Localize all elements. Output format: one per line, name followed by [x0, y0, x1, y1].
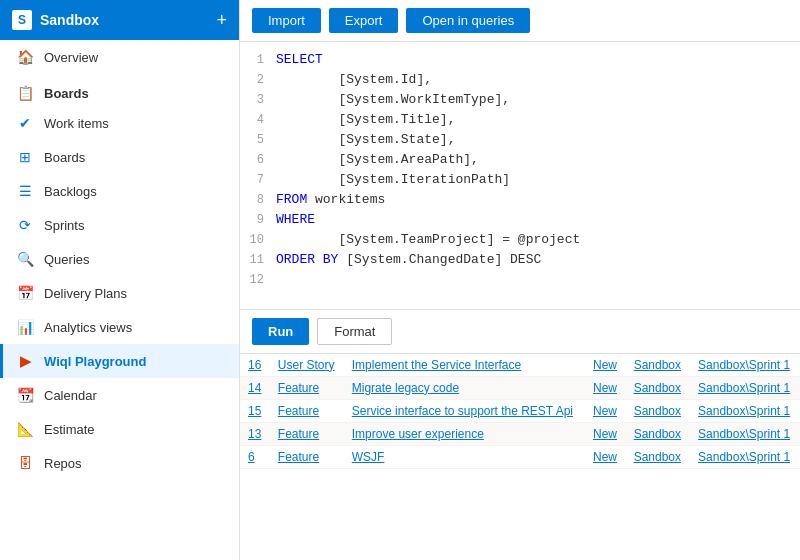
table-cell[interactable]: 14 [240, 376, 270, 399]
line-content: ORDER BY [System.ChangedDate] DESC [276, 250, 541, 270]
table-cell[interactable]: 13 [240, 422, 270, 445]
table-cell[interactable]: New [585, 399, 626, 422]
sidebar-item-backlogs[interactable]: ☰ Backlogs [0, 174, 239, 208]
code-editor[interactable]: 1SELECT2 [System.Id],3 [System.WorkItemT… [240, 42, 800, 310]
table-cell[interactable]: 6 [240, 445, 270, 468]
table-cell[interactable]: Improve user experience [344, 422, 585, 445]
line-number: 4 [248, 110, 276, 130]
code-line: 10 [System.TeamProject] = @project [240, 230, 800, 250]
line-content: [System.WorkItemType], [276, 90, 510, 110]
analytics-views-icon: 📊 [16, 318, 34, 336]
sidebar-item-estimate[interactable]: 📐 Estimate [0, 412, 239, 446]
sidebar-item-calendar-label: Calendar [44, 388, 97, 403]
work-items-icon: ✔ [16, 114, 34, 132]
table-cell[interactable]: 16 [240, 354, 270, 377]
table-cell[interactable]: New [585, 422, 626, 445]
table-cell[interactable]: New [585, 445, 626, 468]
code-line: 11ORDER BY [System.ChangedDate] DESC [240, 250, 800, 270]
sidebar-item-calendar[interactable]: 📆 Calendar [0, 378, 239, 412]
code-line: 5 [System.State], [240, 130, 800, 150]
sidebar-item-sprints-label: Sprints [44, 218, 84, 233]
export-button[interactable]: Export [329, 8, 399, 33]
line-number: 7 [248, 170, 276, 190]
calendar-icon: 📆 [16, 386, 34, 404]
table-cell[interactable]: Sandbox\Sprint 1 [690, 399, 800, 422]
queries-icon: 🔍 [16, 250, 34, 268]
sidebar-header: S Sandbox + [0, 0, 239, 40]
top-toolbar: Import Export Open in queries [240, 0, 800, 42]
table-cell[interactable]: User Story [270, 354, 344, 377]
sidebar-title: Sandbox [40, 12, 99, 28]
line-content: SELECT [276, 50, 323, 70]
sidebar-item-work-items[interactable]: ✔ Work items [0, 106, 239, 140]
code-line: 8FROM workitems [240, 190, 800, 210]
sidebar-item-wiql-playground[interactable]: ▶ Wiql Playground [0, 344, 239, 378]
sidebar-item-overview[interactable]: 🏠 Overview [0, 40, 239, 74]
table-row[interactable]: 6FeatureWSJFNewSandboxSandbox\Sprint 1 [240, 445, 800, 468]
line-content: [System.TeamProject] = @project [276, 230, 580, 250]
table-cell[interactable]: New [585, 376, 626, 399]
estimate-icon: 📐 [16, 420, 34, 438]
code-line: 1SELECT [240, 50, 800, 70]
line-number: 6 [248, 150, 276, 170]
sidebar-item-analytics-views[interactable]: 📊 Analytics views [0, 310, 239, 344]
line-number: 12 [248, 270, 276, 290]
import-button[interactable]: Import [252, 8, 321, 33]
table-cell[interactable]: Sandbox [626, 422, 690, 445]
table-cell[interactable]: Sandbox\Sprint 1 [690, 354, 800, 377]
table-cell[interactable]: Feature [270, 399, 344, 422]
sidebar-item-queries[interactable]: 🔍 Queries [0, 242, 239, 276]
boards-section-icon: 📋 [16, 84, 34, 102]
sidebar-item-overview-label: Overview [44, 50, 98, 65]
sidebar-item-delivery-plans[interactable]: 📅 Delivery Plans [0, 276, 239, 310]
repos-icon: 🗄 [16, 454, 34, 472]
boards-icon: ⊞ [16, 148, 34, 166]
line-number: 9 [248, 210, 276, 230]
table-cell[interactable]: Implement the Service Interface [344, 354, 585, 377]
table-cell[interactable]: Feature [270, 376, 344, 399]
code-line: 9WHERE [240, 210, 800, 230]
table-cell[interactable]: Sandbox [626, 354, 690, 377]
line-number: 5 [248, 130, 276, 150]
table-cell[interactable]: New [585, 354, 626, 377]
table-row[interactable]: 16User StoryImplement the Service Interf… [240, 354, 800, 377]
line-number: 2 [248, 70, 276, 90]
line-content: [System.Id], [276, 70, 432, 90]
table-cell[interactable]: Migrate legacy code [344, 376, 585, 399]
table-row[interactable]: 13FeatureImprove user experienceNewSandb… [240, 422, 800, 445]
bottom-section: Run Format 16User StoryImplement the Ser… [240, 310, 800, 561]
table-cell[interactable]: Feature [270, 445, 344, 468]
sidebar-item-wiql-playground-label: Wiql Playground [44, 354, 146, 369]
sidebar-section-boards: 📋 Boards [0, 74, 239, 106]
line-content: [System.AreaPath], [276, 150, 479, 170]
sidebar-item-sprints[interactable]: ⟳ Sprints [0, 208, 239, 242]
table-cell[interactable]: Sandbox [626, 445, 690, 468]
sidebar-item-work-items-label: Work items [44, 116, 109, 131]
line-content: WHERE [276, 210, 315, 230]
sidebar-item-repos[interactable]: 🗄 Repos [0, 446, 239, 480]
table-cell[interactable]: 15 [240, 399, 270, 422]
wiql-playground-icon: ▶ [16, 352, 34, 370]
sidebar-logo: S [12, 10, 32, 30]
table-row[interactable]: 15FeatureService interface to support th… [240, 399, 800, 422]
sidebar-item-delivery-plans-label: Delivery Plans [44, 286, 127, 301]
sidebar-item-repos-label: Repos [44, 456, 82, 471]
table-cell[interactable]: Sandbox\Sprint 1 [690, 445, 800, 468]
code-line: 6 [System.AreaPath], [240, 150, 800, 170]
open-in-queries-button[interactable]: Open in queries [406, 8, 530, 33]
table-cell[interactable]: Sandbox [626, 399, 690, 422]
table-cell[interactable]: Feature [270, 422, 344, 445]
main-content: Import Export Open in queries 1SELECT2 [… [240, 0, 800, 560]
run-button[interactable]: Run [252, 318, 309, 345]
line-content: FROM workitems [276, 190, 385, 210]
table-cell[interactable]: Service interface to support the REST Ap… [344, 399, 585, 422]
sidebar-add-button[interactable]: + [216, 10, 227, 31]
table-cell[interactable]: Sandbox\Sprint 1 [690, 422, 800, 445]
line-content: [System.Title], [276, 110, 455, 130]
table-cell[interactable]: Sandbox\Sprint 1 [690, 376, 800, 399]
sidebar-item-boards[interactable]: ⊞ Boards [0, 140, 239, 174]
table-row[interactable]: 14FeatureMigrate legacy codeNewSandboxSa… [240, 376, 800, 399]
table-cell[interactable]: WSJF [344, 445, 585, 468]
table-cell[interactable]: Sandbox [626, 376, 690, 399]
format-button[interactable]: Format [317, 318, 392, 345]
